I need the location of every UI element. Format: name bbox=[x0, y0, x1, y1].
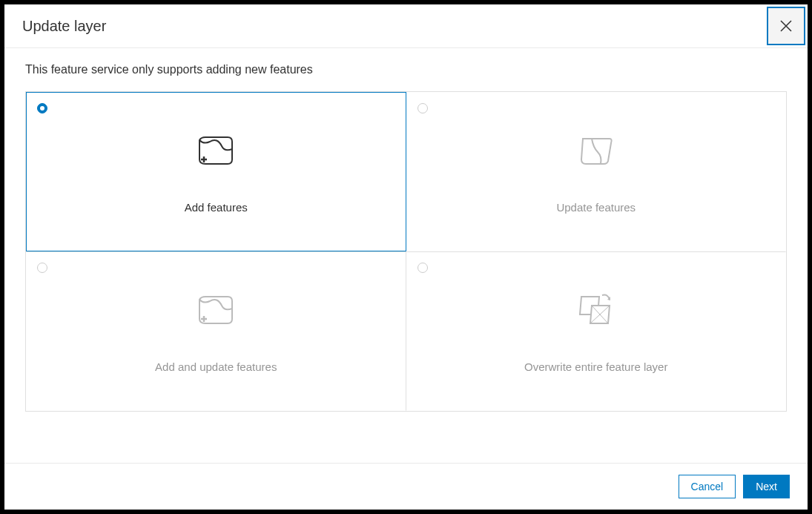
next-button[interactable]: Next bbox=[743, 475, 790, 498]
option-label: Add and update features bbox=[155, 360, 277, 373]
option-label: Add features bbox=[185, 201, 248, 214]
cancel-button[interactable]: Cancel bbox=[679, 475, 736, 498]
option-update-features[interactable]: Update features bbox=[406, 92, 787, 251]
modal-description: This feature service only supports addin… bbox=[25, 63, 787, 76]
option-overwrite-layer[interactable]: Overwrite entire feature layer bbox=[406, 251, 787, 411]
radio-unselected bbox=[37, 263, 47, 273]
modal-body: This feature service only supports addin… bbox=[4, 48, 808, 464]
close-button[interactable] bbox=[767, 7, 805, 45]
option-label: Update features bbox=[556, 201, 636, 214]
radio-unselected bbox=[417, 103, 428, 113]
radio-selected bbox=[37, 103, 47, 113]
radio-unselected bbox=[417, 263, 428, 273]
overwrite-layer-icon bbox=[574, 289, 618, 331]
add-update-features-icon bbox=[194, 289, 238, 331]
update-features-icon bbox=[574, 130, 618, 171]
option-label: Overwrite entire feature layer bbox=[524, 360, 667, 373]
option-grid: Add features Update features bbox=[25, 91, 787, 412]
modal-header: Update layer bbox=[4, 4, 808, 48]
option-add-features[interactable]: Add features bbox=[26, 92, 406, 251]
modal-title: Update layer bbox=[22, 18, 106, 35]
add-features-icon bbox=[194, 130, 238, 171]
modal-footer: Cancel Next bbox=[4, 464, 808, 510]
update-layer-modal: Update layer This feature service only s… bbox=[4, 4, 808, 510]
close-icon bbox=[779, 19, 793, 33]
option-add-update-features[interactable]: Add and update features bbox=[26, 251, 406, 411]
